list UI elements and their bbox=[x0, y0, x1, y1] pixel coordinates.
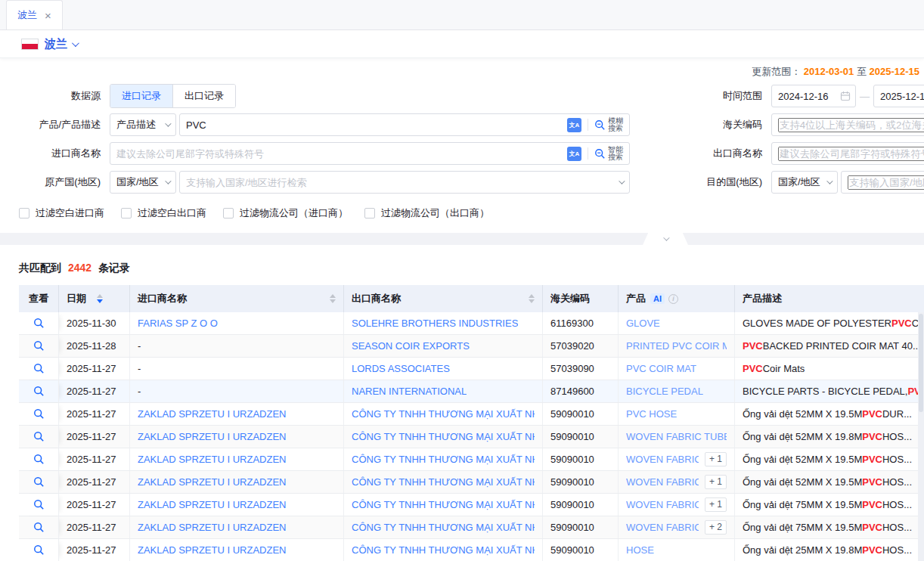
start-date-input[interactable]: 2024-12-16 bbox=[771, 85, 856, 107]
product-link[interactable]: WOVEN FABRIC ... bbox=[626, 476, 699, 488]
filter-checkbox-0[interactable]: 过滤空白进口商 bbox=[19, 206, 104, 220]
smart-search-button[interactable]: 智能搜索 bbox=[594, 146, 623, 162]
product-link[interactable]: PVC HOSE bbox=[626, 408, 677, 420]
translate-icon[interactable]: 文A bbox=[567, 118, 581, 132]
product-link[interactable]: PRINTED PVC COIR M... bbox=[626, 340, 727, 352]
destination-country-input[interactable] bbox=[848, 175, 924, 190]
exporter-link[interactable]: CÔNG TY TNHH THƯƠNG MẠI XUẤT NHẬP... bbox=[352, 454, 535, 465]
sort-carets[interactable] bbox=[330, 294, 336, 303]
hs-code-cell: 59090010 bbox=[543, 403, 619, 425]
exporter-link[interactable]: LORDS ASSOCIATES bbox=[352, 363, 450, 374]
view-record-button[interactable] bbox=[33, 454, 45, 465]
view-record-button[interactable] bbox=[33, 499, 45, 510]
product-field-select[interactable]: 产品描述 bbox=[110, 113, 176, 136]
view-cell bbox=[19, 471, 59, 493]
importer-link[interactable]: ZAKLAD SPRZETU I URZADZEN bbox=[138, 431, 286, 442]
data-source-option-1[interactable]: 出口记录 bbox=[172, 85, 235, 107]
tab-bar: 波兰 × bbox=[0, 0, 924, 30]
exporter-link[interactable]: CÔNG TY TNHH THƯƠNG MẠI XUẤT NHẬP... bbox=[352, 522, 535, 533]
product-link[interactable]: WOVEN FABRIC TUBE bbox=[626, 431, 727, 442]
product-extra-badge[interactable]: + 1 bbox=[705, 475, 727, 489]
exporter-link[interactable]: CÔNG TY TNHH THƯƠNG MẠI XUẤT NHẬP... bbox=[352, 499, 535, 510]
importer-link[interactable]: FARIAS SP Z O O bbox=[138, 318, 218, 329]
checkbox-icon[interactable] bbox=[121, 208, 132, 219]
origin-field-select[interactable]: 国家/地区 bbox=[110, 171, 176, 194]
product-link[interactable]: HOSE bbox=[626, 544, 654, 556]
search-icon bbox=[594, 119, 606, 131]
tab-poland[interactable]: 波兰 × bbox=[6, 0, 63, 29]
translate-icon[interactable]: 文A bbox=[567, 147, 581, 161]
view-record-button[interactable] bbox=[33, 431, 45, 442]
scrollbar-thumb[interactable] bbox=[919, 314, 923, 412]
sort-carets[interactable] bbox=[529, 294, 535, 303]
sort-carets[interactable] bbox=[97, 294, 103, 303]
importer-link[interactable]: ZAKLAD SPRZETU I URZADZEN bbox=[138, 544, 286, 556]
fuzzy-search-button[interactable]: 模糊搜索 bbox=[594, 117, 623, 133]
view-record-button[interactable] bbox=[33, 386, 45, 397]
description-cell: Ống vải dệt 52MM X 19.5M PVC HOS... bbox=[735, 448, 924, 470]
product-link[interactable]: WOVEN FABRIC ... bbox=[626, 454, 699, 465]
filter-checkbox-1[interactable]: 过滤空白出口商 bbox=[121, 206, 206, 220]
exporter-link[interactable]: CÔNG TY TNHH THƯƠNG MẠI XUẤT NHẬP... bbox=[352, 408, 535, 420]
sort-caret-down-icon bbox=[330, 299, 336, 303]
checkbox-icon[interactable] bbox=[223, 208, 234, 219]
view-record-button[interactable] bbox=[33, 340, 45, 352]
hs-code-input[interactable] bbox=[778, 118, 924, 132]
importer-link[interactable]: ZAKLAD SPRZETU I URZADZEN bbox=[138, 476, 286, 488]
importer-link[interactable]: ZAKLAD SPRZETU I URZADZEN bbox=[138, 522, 286, 533]
country-header: 波兰 bbox=[0, 30, 924, 58]
view-record-button[interactable] bbox=[33, 408, 45, 420]
checkbox-icon[interactable] bbox=[364, 208, 375, 219]
product-link[interactable]: PVC COIR MAT bbox=[626, 363, 696, 374]
product-link[interactable]: WOVEN FABRIC ... bbox=[626, 499, 699, 510]
exporter-link[interactable]: CÔNG TY TNHH THƯƠNG MẠI XUẤT NHẬP... bbox=[352, 431, 535, 442]
filter-checkbox-3[interactable]: 过滤物流公司（出口商） bbox=[364, 206, 489, 220]
product-link[interactable]: GLOVE bbox=[626, 318, 660, 329]
exporter-link[interactable]: CÔNG TY TNHH THƯƠNG MẠI XUẤT NHẬP... bbox=[352, 544, 535, 556]
info-icon[interactable]: i bbox=[668, 294, 678, 304]
exporter-link[interactable]: SOLEHRE BROTHERS INDUSTRIES bbox=[352, 318, 518, 329]
product-extra-badge[interactable]: + 2 bbox=[705, 520, 727, 535]
view-record-button[interactable] bbox=[33, 318, 45, 329]
checkbox-icon[interactable] bbox=[19, 208, 29, 219]
description-cell: Ống vải dệt 75MM X 19.5M PVC HOS... bbox=[735, 516, 924, 538]
calendar-icon bbox=[840, 91, 851, 101]
data-source-option-0[interactable]: 进口记录 bbox=[110, 85, 172, 107]
collapse-panel-button[interactable] bbox=[643, 233, 688, 245]
product-link[interactable]: WOVEN FABRIC ... bbox=[626, 522, 699, 533]
product-extra-badge[interactable]: + 1 bbox=[705, 452, 727, 466]
product-cell: WOVEN FABRIC TUBE bbox=[619, 426, 735, 448]
vertical-scrollbar[interactable] bbox=[918, 312, 924, 561]
checkbox-label: 过滤空白进口商 bbox=[36, 206, 104, 220]
product-extra-badge[interactable]: + 1 bbox=[705, 497, 727, 512]
view-record-button[interactable] bbox=[33, 544, 45, 556]
product-search-input[interactable] bbox=[180, 115, 567, 135]
origin-country-input[interactable] bbox=[180, 172, 619, 192]
view-record-button[interactable] bbox=[33, 522, 45, 533]
exporter-cell: NAREN INTERNATIONAL bbox=[344, 380, 543, 402]
hs-code-cell: 59090010 bbox=[543, 471, 619, 493]
exporter-link[interactable]: CÔNG TY TNHH THƯƠNG MẠI XUẤT NHẬP... bbox=[352, 476, 535, 488]
importer-link[interactable]: ZAKLAD SPRZETU I URZADZEN bbox=[138, 499, 286, 510]
exporter-name-input[interactable] bbox=[778, 147, 924, 161]
view-record-button[interactable] bbox=[33, 363, 45, 374]
exporter-label: 出口商名称 bbox=[630, 147, 771, 160]
column-header-3[interactable]: 出口商名称 bbox=[344, 285, 543, 312]
chevron-down-icon[interactable] bbox=[72, 39, 79, 47]
column-header-2[interactable]: 进口商名称 bbox=[130, 285, 344, 312]
product-link[interactable]: BICYCLE PEDAL bbox=[626, 386, 703, 397]
importer-link[interactable]: ZAKLAD SPRZETU I URZADZEN bbox=[138, 454, 286, 465]
close-icon[interactable]: × bbox=[45, 10, 51, 21]
country-name[interactable]: 波兰 bbox=[45, 37, 67, 51]
exporter-link[interactable]: SEASON COIR EXPORTS bbox=[352, 340, 470, 352]
importer-name-input[interactable] bbox=[110, 144, 567, 163]
filter-checkbox-2[interactable]: 过滤物流公司（进口商） bbox=[223, 206, 348, 220]
importer-link[interactable]: ZAKLAD SPRZETU I URZADZEN bbox=[138, 408, 286, 420]
column-header-1[interactable]: 日期 bbox=[59, 285, 130, 312]
end-date-input[interactable]: 2025-12-15 bbox=[873, 85, 924, 107]
start-date-value: 2024-12-16 bbox=[778, 91, 829, 102]
exporter-link[interactable]: NAREN INTERNATIONAL bbox=[352, 386, 467, 397]
view-record-button[interactable] bbox=[33, 476, 45, 488]
destination-field-select[interactable]: 国家/地区 bbox=[771, 171, 838, 194]
date-cell: 2025-11-30 bbox=[59, 312, 130, 334]
